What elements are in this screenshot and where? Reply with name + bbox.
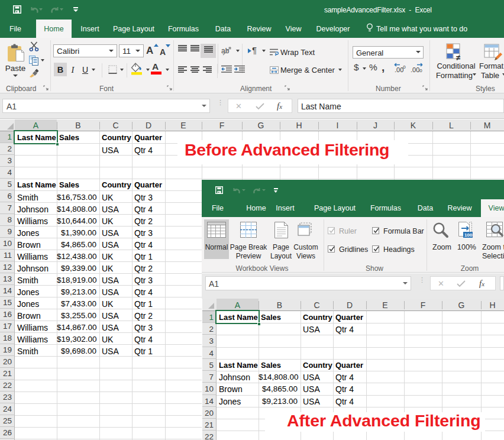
- svg-text:100: 100: [464, 232, 473, 238]
- svg-text:.0: .0: [418, 68, 422, 73]
- svg-text:.0: .0: [402, 64, 406, 70]
- svg-text:ab: ab: [221, 47, 230, 55]
- svg-text:≠: ≠: [456, 53, 460, 61]
